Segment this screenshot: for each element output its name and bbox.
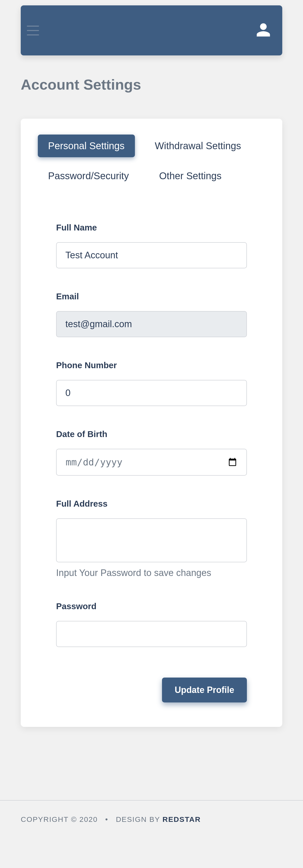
password-field[interactable] [56,621,247,647]
password-helper-text: Input Your Password to save changes [56,568,247,578]
password-label: Password [56,601,247,611]
footer-copyright: COPYRIGHT © 2020 [21,815,98,823]
topbar [21,5,282,55]
tab-personal-settings[interactable]: Personal Settings [38,134,135,157]
page-title: Account Settings [21,76,282,93]
full-name-field[interactable] [56,242,247,268]
tab-other-settings[interactable]: Other Settings [149,164,232,187]
email-field [56,311,247,337]
full-name-label: Full Name [56,223,247,232]
footer: COPYRIGHT © 2020 • DESIGN BY REDSTAR [0,815,303,838]
hamburger-icon[interactable] [27,26,39,35]
footer-separator [0,800,303,801]
address-field[interactable] [56,518,247,562]
update-profile-button[interactable]: Update Profile [162,678,247,703]
email-label: Email [56,291,247,301]
dob-field[interactable] [56,449,247,476]
footer-brand[interactable]: REDSTAR [163,815,201,823]
dob-label: Date of Birth [56,429,247,439]
address-label: Full Address [56,499,247,508]
form: Full Name Email Phone Number Date of Bir… [38,223,265,703]
footer-design-by: DESIGN BY [116,815,163,823]
tabs: Personal Settings Withdrawal Settings Pa… [38,134,265,187]
user-icon[interactable] [256,22,271,39]
phone-field[interactable] [56,380,247,406]
tab-password-security[interactable]: Password/Security [38,164,139,187]
settings-card: Personal Settings Withdrawal Settings Pa… [21,119,282,727]
phone-label: Phone Number [56,361,247,370]
footer-dot: • [105,815,108,823]
tab-withdrawal-settings[interactable]: Withdrawal Settings [145,134,251,157]
